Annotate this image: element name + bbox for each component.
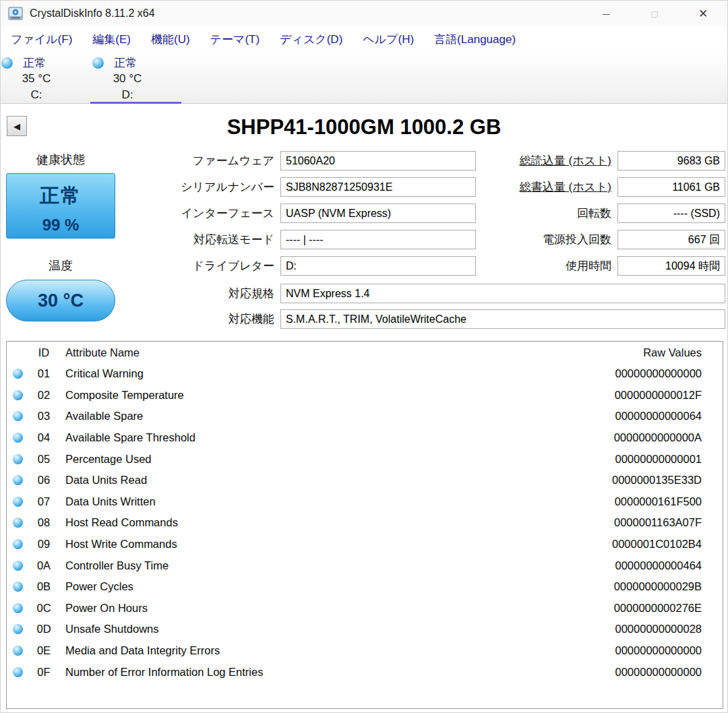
smart-attribute-row[interactable]: 0EMedia and Data Integrity Errors0000000…: [7, 640, 723, 662]
attribute-name: Power Cycles: [59, 580, 554, 593]
window-title: CrystalDiskInfo 8.11.2 x64: [30, 7, 155, 20]
attribute-raw-value: 0000000000029B: [554, 580, 723, 593]
menu-item[interactable]: ヘルプ(H): [353, 32, 424, 47]
smart-attribute-row[interactable]: 02Composite Temperature0000000000012F: [7, 385, 723, 406]
smart-attribute-row[interactable]: 03Available Spare00000000000064: [7, 406, 723, 427]
attribute-id: 08: [28, 516, 59, 529]
smart-attribute-row[interactable]: 01Critical Warning00000000000000: [7, 363, 723, 385]
field-row: 回転数---- (SSD): [476, 204, 725, 223]
attribute-id: 0F: [28, 666, 59, 679]
attribute-raw-value: 00000000000001: [554, 453, 723, 466]
field-value: 667 回: [617, 230, 725, 249]
field-value: D:: [280, 256, 476, 276]
attribute-raw-value: 0000000000012F: [554, 389, 723, 402]
drive-health-label: 正常: [114, 55, 137, 71]
field-value: NVM Express 1.4: [280, 284, 725, 303]
status-dot-icon: [13, 561, 23, 571]
field-label[interactable]: 総読込量 (ホスト): [476, 151, 617, 170]
attribute-name: Composite Temperature: [59, 389, 554, 402]
drive-temperature: 35 °C: [1, 72, 72, 86]
field-value: S.M.A.R.T., TRIM, VolatileWriteCache: [280, 309, 725, 329]
smart-attribute-row[interactable]: 04Available Spare Threshold0000000000000…: [7, 427, 723, 449]
smart-table-body: 01Critical Warning0000000000000002Compos…: [7, 363, 723, 683]
drive-letter: D:: [92, 88, 163, 102]
attribute-id: 06: [28, 474, 59, 487]
field-label: シリアルナンバー: [1, 177, 280, 197]
field-label: ドライブレター: [1, 256, 280, 276]
status-dot-icon: [13, 582, 23, 592]
smart-table-header: ID Attribute Name Raw Values: [7, 342, 723, 363]
menu-item[interactable]: ディスク(D): [270, 32, 353, 47]
health-status-icon: [92, 57, 104, 69]
id-column-header[interactable]: ID: [28, 346, 59, 359]
field-value: 11061 GB: [617, 177, 725, 197]
attribute-raw-value: 00000000000000: [554, 644, 723, 657]
menu-item[interactable]: テーマ(T): [200, 32, 270, 47]
field-label: 対応転送モード: [1, 230, 280, 249]
status-dot-icon: [13, 497, 23, 507]
drive-tab-C[interactable]: 正常35 °CC:: [1, 52, 92, 103]
attribute-name: Data Units Read: [59, 474, 554, 487]
status-dot-icon: [13, 667, 23, 677]
field-row: ファームウェア51060A20: [1, 151, 476, 170]
attribute-name: Host Write Commands: [59, 538, 554, 551]
health-status-icon: [1, 57, 13, 69]
field-value: 51060A20: [280, 151, 476, 170]
status-dot-icon: [13, 603, 23, 613]
field-row: 対応機能S.M.A.R.T., TRIM, VolatileWriteCache: [1, 309, 725, 329]
attribute-raw-value: 00000000000464: [554, 559, 723, 572]
drive-temperature: 30 °C: [92, 72, 163, 86]
smart-attribute-row[interactable]: 0CPower On Hours0000000000276E: [7, 598, 723, 619]
field-row: 総読込量 (ホスト)9683 GB: [476, 151, 725, 170]
drive-tab-D[interactable]: 正常30 °CD:: [92, 52, 183, 103]
field-value: ---- | ----: [280, 230, 476, 249]
smart-attribute-row[interactable]: 0DUnsafe Shutdowns00000000000028: [7, 619, 723, 640]
drive-letter: C:: [1, 88, 72, 102]
attribute-id: 0C: [28, 602, 59, 615]
attribute-id: 0B: [28, 580, 59, 593]
name-column-header[interactable]: Attribute Name: [59, 346, 554, 359]
status-dot-icon: [13, 518, 23, 528]
disk-fields: ファームウェア51060A20シリアルナンバーSJB8N82871250931E…: [1, 104, 727, 341]
status-dot-icon: [13, 390, 23, 400]
menu-item[interactable]: 機能(U): [141, 32, 200, 47]
field-label: 対応規格: [1, 284, 280, 303]
minimize-button[interactable]: ─: [582, 1, 630, 26]
field-row: 使用時間10094 時間: [476, 256, 725, 276]
attribute-name: Host Read Commands: [59, 516, 554, 529]
attribute-id: 0A: [28, 559, 59, 572]
smart-attribute-row[interactable]: 07Data Units Written0000000161F500: [7, 491, 723, 513]
status-dot-icon: [13, 475, 23, 485]
attribute-id: 07: [28, 495, 59, 508]
menu-item[interactable]: ファイル(F): [1, 32, 82, 47]
menu-item[interactable]: 編集(E): [82, 32, 141, 47]
smart-attribute-row[interactable]: 05Percentage Used00000000000001: [7, 448, 723, 470]
smart-attribute-row[interactable]: 0AController Busy Time00000000000464: [7, 555, 723, 576]
status-dot-icon: [13, 411, 23, 421]
attribute-raw-value: 00000000000000: [554, 367, 723, 380]
attribute-id: 03: [28, 410, 59, 423]
field-value: UASP (NVM Express): [280, 204, 476, 223]
smart-attribute-row[interactable]: 0FNumber of Error Information Log Entrie…: [7, 661, 723, 683]
menu-item[interactable]: 言語(Language): [424, 32, 526, 47]
attribute-raw-value: 0000000161F500: [554, 495, 723, 508]
app-icon: [7, 5, 24, 22]
status-dot-icon: [13, 539, 23, 549]
attribute-raw-value: 0000000000000A: [554, 431, 723, 444]
status-dot-icon: [13, 433, 23, 443]
smart-attribute-row[interactable]: 09Host Write Commands0000001C0102B4: [7, 534, 723, 555]
raw-column-header[interactable]: Raw Values: [554, 346, 723, 359]
field-label[interactable]: 総書込量 (ホスト): [476, 177, 617, 197]
attribute-name: Media and Data Integrity Errors: [59, 644, 554, 657]
smart-attribute-row[interactable]: 06Data Units Read0000000135E33D: [7, 470, 723, 491]
field-row: ドライブレターD:: [1, 256, 476, 276]
maximize-button[interactable]: □: [630, 1, 679, 26]
field-label: ファームウェア: [1, 151, 280, 170]
attribute-raw-value: 0000001C0102B4: [554, 538, 723, 551]
field-row: 総書込量 (ホスト)11061 GB: [476, 177, 725, 197]
smart-attribute-row[interactable]: 08Host Read Commands0000001163A07F: [7, 512, 723, 534]
close-button[interactable]: ✕: [679, 1, 727, 26]
smart-attribute-row[interactable]: 0BPower Cycles0000000000029B: [7, 576, 723, 598]
field-value: SJB8N82871250931E: [280, 177, 476, 197]
status-dot-icon: [13, 624, 23, 634]
